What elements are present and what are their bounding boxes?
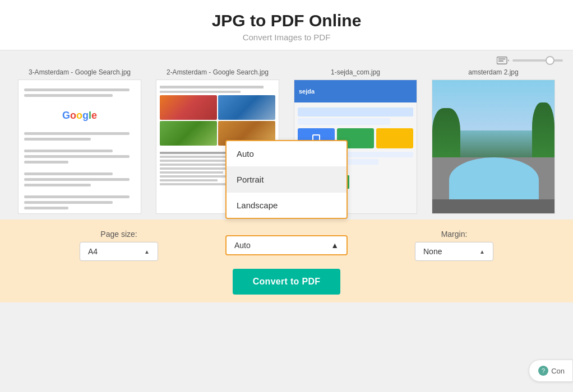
orientation-select[interactable]: Auto ▲ bbox=[225, 235, 348, 255]
thumbnail-preview bbox=[432, 80, 555, 214]
google-line bbox=[24, 184, 91, 186]
thumbnail-label: 1-sejda_com.jpg bbox=[331, 68, 380, 76]
margin-value: None bbox=[423, 247, 442, 256]
svg-rect-1 bbox=[498, 58, 505, 59]
svg-marker-3 bbox=[508, 59, 509, 62]
thumbnail-item: amsterdam 2.jpg bbox=[429, 68, 558, 214]
thumbnail-label: amsterdam 2.jpg bbox=[468, 68, 518, 76]
google-line bbox=[24, 94, 113, 97]
amsterdam-preview bbox=[432, 80, 554, 213]
page-size-select[interactable]: A4 ▲ bbox=[80, 242, 158, 261]
google-lines: Google bbox=[19, 80, 141, 214]
orientation-group: Auto Portrait Landscape Auto ▲ bbox=[225, 235, 348, 255]
thumbnail-label: 3-Amsterdam - Google Search.jpg bbox=[29, 68, 131, 76]
settings-row: Page size: A4 ▲ Auto Portrait Landscape … bbox=[0, 230, 573, 261]
thumbnail-item: 3-Amsterdam - Google Search.jpg Google bbox=[15, 68, 144, 214]
thumb2-top bbox=[156, 80, 279, 93]
thumb-line bbox=[160, 86, 264, 88]
margin-arrow: ▲ bbox=[479, 249, 485, 255]
margin-label: Margin: bbox=[441, 230, 468, 239]
orientation-option-portrait[interactable]: Portrait bbox=[227, 167, 346, 193]
settings-area: Page size: A4 ▲ Auto Portrait Landscape … bbox=[0, 220, 573, 302]
google-line bbox=[24, 161, 68, 164]
thumbnail-label: 2-Amsterdam - Google Search.jpg bbox=[167, 68, 269, 76]
page-header: JPG to PDF Online Convert Images to PDF bbox=[0, 0, 573, 50]
google1-preview: Google bbox=[19, 80, 141, 213]
orientation-option-landscape[interactable]: Landscape bbox=[227, 193, 346, 218]
svg-rect-2 bbox=[498, 60, 503, 62]
google-logo: Google bbox=[24, 110, 135, 122]
thumbnail-preview: Google bbox=[18, 80, 141, 214]
google-line bbox=[24, 155, 130, 158]
google-line bbox=[24, 150, 113, 152]
zoom-icon bbox=[497, 56, 509, 65]
sejda-logo: sejda bbox=[299, 88, 315, 95]
page-title: JPG to PDF Online bbox=[0, 11, 573, 30]
thumb-line bbox=[160, 91, 241, 93]
orientation-value: Auto bbox=[234, 241, 251, 250]
contact-icon: ? bbox=[538, 366, 548, 376]
page-size-group: Page size: A4 ▲ bbox=[80, 230, 158, 261]
google-line bbox=[24, 138, 91, 141]
orientation-option-auto[interactable]: Auto bbox=[227, 141, 346, 167]
google-line bbox=[24, 88, 130, 91]
google-line bbox=[24, 132, 130, 135]
google-line bbox=[24, 178, 130, 181]
page-size-value: A4 bbox=[88, 247, 98, 256]
zoom-slider[interactable] bbox=[512, 59, 563, 62]
orientation-dropdown[interactable]: Auto Portrait Landscape bbox=[225, 140, 348, 219]
zoom-bar bbox=[0, 50, 573, 68]
google-line bbox=[24, 201, 113, 204]
page-subtitle: Convert Images to PDF bbox=[0, 32, 573, 42]
page-size-arrow: ▲ bbox=[144, 249, 150, 255]
google-line bbox=[24, 172, 113, 175]
convert-button[interactable]: Convert to PDF bbox=[233, 269, 341, 295]
sejda-header: sejda bbox=[294, 80, 417, 102]
contact-label: Con bbox=[551, 367, 565, 375]
page-size-label: Page size: bbox=[100, 230, 137, 239]
google-line bbox=[24, 207, 68, 209]
margin-group: Margin: None ▲ bbox=[415, 230, 493, 261]
orientation-arrow: ▲ bbox=[331, 241, 339, 250]
contact-button[interactable]: ? Con bbox=[529, 360, 573, 382]
google-line bbox=[24, 195, 130, 198]
margin-select[interactable]: None ▲ bbox=[415, 242, 493, 261]
